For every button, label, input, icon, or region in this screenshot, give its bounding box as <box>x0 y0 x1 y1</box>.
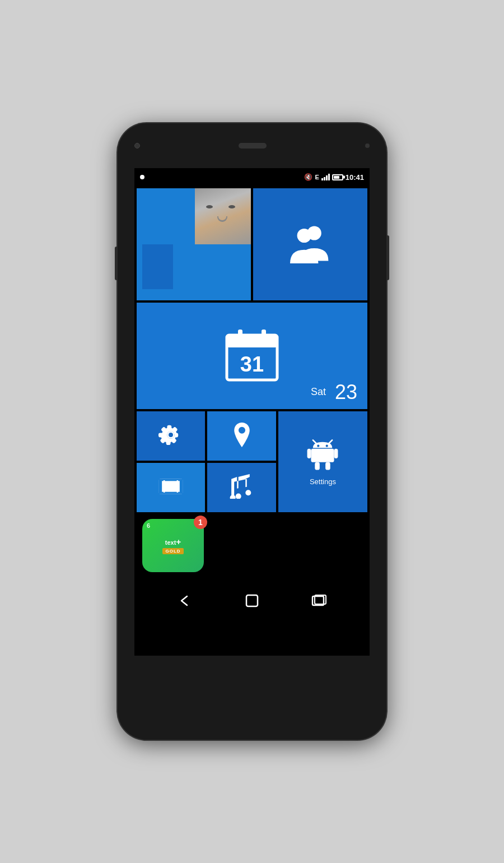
signal-bar-4 <box>328 174 330 180</box>
sensor <box>365 143 370 148</box>
tile-maps[interactable] <box>207 411 276 461</box>
status-right: 🔇 E 10:41 <box>304 173 364 182</box>
gear-icon <box>158 423 183 449</box>
calendar-date: 23 <box>335 382 357 402</box>
android-settings-label: Settings <box>310 477 336 486</box>
tile-people[interactable] <box>253 188 367 300</box>
tile-row-2: 31 Sat 23 <box>137 303 367 409</box>
camera-area <box>134 143 140 149</box>
textplus-gold-badge: GOLD <box>162 548 183 554</box>
status-time: 10:41 <box>346 173 364 182</box>
svg-rect-22 <box>307 448 311 458</box>
android-icon <box>306 438 339 474</box>
tiles-container: 31 Sat 23 <box>134 186 370 578</box>
nav-bar <box>134 578 370 623</box>
svg-rect-10 <box>159 479 183 481</box>
svg-rect-25 <box>326 462 331 470</box>
video-icon <box>158 474 183 501</box>
svg-rect-4 <box>238 330 242 342</box>
col-mid <box>207 411 276 512</box>
tile-calendar[interactable]: 31 Sat 23 <box>137 303 367 409</box>
tile-video[interactable] <box>137 463 205 512</box>
signal-type: E <box>315 174 319 180</box>
signal-bar-2 <box>324 177 325 180</box>
tile-music[interactable] <box>207 463 276 512</box>
front-camera <box>134 143 140 149</box>
music-icon <box>230 474 254 501</box>
svg-rect-15 <box>164 490 165 493</box>
signal-bar-1 <box>321 178 323 180</box>
tile-row-3: Settings <box>137 411 367 512</box>
status-left <box>140 175 144 179</box>
tile-gear[interactable] <box>137 411 205 461</box>
svg-point-20 <box>326 444 328 447</box>
svg-rect-23 <box>334 448 338 458</box>
svg-text:31: 31 <box>240 352 264 376</box>
notification-dot <box>140 175 144 179</box>
textplus-badge-count: 1 <box>194 516 207 529</box>
col-right: Settings <box>278 411 367 512</box>
phone-top-hardware <box>118 123 386 168</box>
blue-rect-overlay <box>142 244 173 289</box>
svg-rect-16 <box>177 490 179 493</box>
battery-icon <box>332 174 343 180</box>
speaker <box>239 143 267 149</box>
calendar-day: Sat <box>311 386 326 398</box>
phone-device: 🔇 E 10:41 <box>118 123 386 740</box>
svg-rect-11 <box>159 492 183 494</box>
svg-rect-21 <box>311 448 334 462</box>
svg-rect-26 <box>246 595 258 606</box>
svg-rect-5 <box>262 330 266 342</box>
back-button[interactable] <box>171 590 199 612</box>
tile-android[interactable]: Settings <box>278 411 367 512</box>
battery-fill <box>334 176 340 179</box>
svg-rect-9 <box>180 479 183 494</box>
people-icon <box>285 218 335 271</box>
calendar-icon: 31 <box>224 327 280 385</box>
col-left <box>137 411 205 512</box>
signal-bars <box>321 174 330 180</box>
profile-photo <box>195 188 251 244</box>
tile-empty <box>212 514 367 576</box>
tile-row-4: 6 text+ GOLD 1 <box>137 514 367 576</box>
phone-bottom <box>118 656 386 706</box>
map-pin-icon <box>230 423 254 449</box>
svg-rect-13 <box>164 480 165 482</box>
recents-button[interactable] <box>305 590 333 612</box>
svg-point-1 <box>297 229 311 243</box>
signal-bar-3 <box>326 175 328 180</box>
textplus-logo: text+ <box>165 537 181 547</box>
svg-rect-14 <box>177 480 179 482</box>
svg-rect-8 <box>159 479 162 494</box>
svg-rect-3 <box>227 335 277 347</box>
home-button[interactable] <box>238 590 266 612</box>
textplus-version: 6 <box>147 522 150 529</box>
svg-point-19 <box>318 444 320 447</box>
phone-screen: 🔇 E 10:41 <box>134 168 370 656</box>
tile-textplus[interactable]: 6 text+ GOLD 1 <box>137 514 209 576</box>
tile-people-photo[interactable] <box>137 188 251 300</box>
status-bar: 🔇 E 10:41 <box>134 168 370 186</box>
mute-icon: 🔇 <box>304 173 312 181</box>
textplus-app-icon: 6 text+ GOLD 1 <box>142 519 204 572</box>
tile-row-1 <box>137 188 367 300</box>
svg-rect-24 <box>315 462 320 470</box>
